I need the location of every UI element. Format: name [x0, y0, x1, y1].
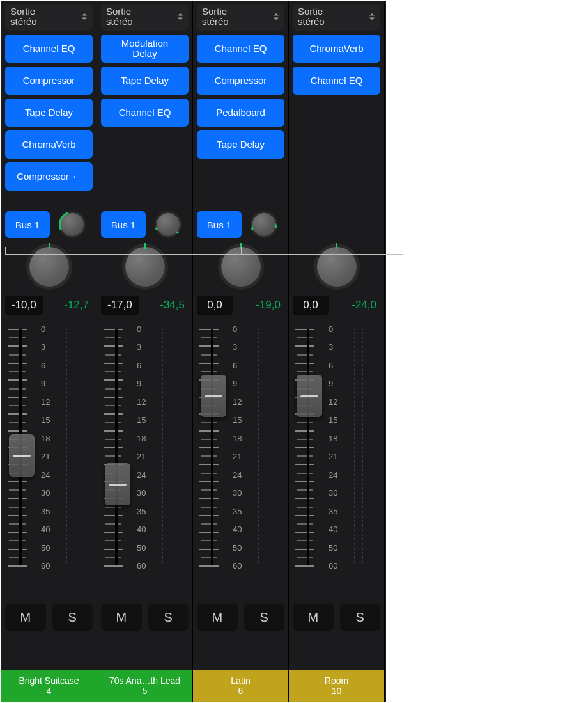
- scale-label: 3: [329, 342, 333, 352]
- output-selector[interactable]: Sortie stéréo: [5, 4, 93, 31]
- plugin-slot[interactable]: ChromaVerb: [5, 130, 93, 159]
- track-name: Bright Suitcase: [19, 675, 79, 686]
- scale-label: 15: [137, 415, 146, 425]
- scale-label: 3: [137, 342, 141, 352]
- peak-value: -34,5: [145, 296, 189, 315]
- volume-value[interactable]: 0,0: [197, 296, 233, 315]
- plugin-slot[interactable]: Channel EQ: [197, 35, 284, 63]
- send-knob[interactable]: [251, 211, 277, 238]
- mute-button[interactable]: M: [101, 604, 142, 631]
- scale-label: 0: [329, 324, 333, 334]
- fader-track[interactable]: [101, 329, 133, 565]
- scale-label: 24: [329, 470, 337, 479]
- plugin-name: ChromaVerb: [309, 43, 363, 54]
- scale-label: 12: [329, 397, 337, 406]
- pan-knob[interactable]: [29, 247, 69, 287]
- output-selector[interactable]: Sortie stéréo: [293, 4, 380, 31]
- channel-strip: Sortie stéréo ChromaVerbChannel EQ 0,0 -…: [289, 1, 385, 702]
- send-knob[interactable]: [59, 211, 86, 238]
- pan-knob[interactable]: [221, 247, 261, 287]
- scale-label: 30: [137, 488, 146, 498]
- bus-button[interactable]: Bus 1: [197, 211, 242, 238]
- plugin-name: Channel EQ: [23, 43, 75, 54]
- track-number: 5: [143, 686, 148, 696]
- mute-label: M: [116, 610, 127, 625]
- mute-label: M: [307, 610, 318, 625]
- pan-indicator: [49, 243, 50, 249]
- channel-strip: Sortie stéréo ModulationDelayTape DelayC…: [97, 1, 193, 702]
- mute-button[interactable]: M: [5, 604, 46, 631]
- solo-button[interactable]: S: [340, 604, 381, 631]
- plugin-slot[interactable]: Channel EQ: [5, 35, 93, 63]
- plugin-slot[interactable]: Channel EQ: [293, 67, 380, 95]
- fader-scale: 036912151821243035405060: [329, 329, 350, 565]
- channel-strip: Sortie stéréo Channel EQCompressorPedalb…: [193, 1, 289, 702]
- fader-track[interactable]: [5, 329, 37, 565]
- output-selector[interactable]: Sortie stéréo: [101, 4, 189, 31]
- volume-value[interactable]: 0,0: [293, 296, 329, 315]
- solo-button[interactable]: S: [148, 604, 189, 631]
- solo-button[interactable]: S: [244, 604, 285, 631]
- mute-solo-row: M S: [5, 604, 93, 631]
- pan-row: [193, 247, 288, 287]
- channel-strip: Sortie stéréo Channel EQCompressorTape D…: [1, 1, 97, 702]
- track-label[interactable]: Room 10: [289, 670, 384, 702]
- track-label[interactable]: Latin 6: [193, 670, 288, 702]
- scale-label: 30: [329, 488, 337, 498]
- solo-button[interactable]: S: [52, 604, 93, 631]
- bus-label: Bus 1: [111, 219, 135, 230]
- level-readout: -17,0 -34,5: [101, 296, 189, 315]
- plugin-slot[interactable]: Compressor ←: [5, 162, 93, 191]
- plugin-slot[interactable]: Channel EQ: [101, 99, 189, 127]
- scale-label: 12: [137, 397, 146, 406]
- plugin-slot[interactable]: Compressor: [5, 67, 93, 95]
- track-name: Latin: [231, 675, 250, 686]
- scale-label: 18: [233, 433, 242, 443]
- mute-button[interactable]: M: [293, 604, 334, 631]
- plugin-slot[interactable]: Tape Delay: [197, 130, 284, 159]
- fader-track[interactable]: [293, 329, 325, 565]
- fader-track[interactable]: [197, 329, 229, 565]
- track-label[interactable]: 70s Ana…th Lead 5: [97, 670, 192, 702]
- plugin-slot[interactable]: Pedalboard: [197, 99, 284, 127]
- mute-button[interactable]: M: [197, 604, 238, 631]
- fader-cap[interactable]: [297, 375, 322, 417]
- scale-label: 50: [41, 542, 50, 552]
- plugin-slot[interactable]: ModulationDelay: [101, 35, 189, 63]
- bus-button[interactable]: Bus 1: [101, 211, 146, 238]
- bus-button[interactable]: Bus 1: [5, 211, 50, 238]
- level-readout: 0,0 -19,0: [197, 296, 284, 315]
- scale-label: 12: [41, 397, 50, 406]
- fader-cap[interactable]: [201, 375, 226, 417]
- scale-label: 6: [137, 360, 141, 370]
- plugin-slot[interactable]: Tape Delay: [5, 99, 93, 127]
- mute-solo-row: M S: [197, 604, 284, 631]
- plugin-slots: ModulationDelayTape DelayChannel EQ: [101, 35, 189, 203]
- scale-label: 15: [233, 415, 242, 425]
- output-selector[interactable]: Sortie stéréo: [197, 4, 284, 31]
- plugin-name: ModulationDelay: [121, 38, 168, 59]
- pan-row: [1, 247, 97, 287]
- plugin-name: Channel EQ: [215, 43, 267, 54]
- volume-value[interactable]: -17,0: [101, 296, 139, 315]
- pan-knob[interactable]: [125, 247, 165, 287]
- plugin-slot[interactable]: Tape Delay: [101, 67, 189, 95]
- plugin-slot[interactable]: ChromaVerb: [293, 35, 380, 63]
- volume-value[interactable]: -10,0: [5, 296, 43, 315]
- plugin-slot[interactable]: Compressor: [197, 67, 284, 95]
- scale-label: 60: [41, 561, 50, 571]
- plugin-name: Tape Delay: [25, 107, 73, 118]
- plugin-name: Channel EQ: [119, 107, 171, 118]
- scale-label: 50: [137, 542, 146, 552]
- scale-label: 21: [329, 452, 337, 461]
- pan-knob[interactable]: [317, 247, 357, 287]
- plugin-name: Channel EQ: [311, 75, 363, 86]
- fader-cap[interactable]: [9, 434, 35, 477]
- mute-label: M: [20, 610, 31, 625]
- fader-cap[interactable]: [105, 463, 130, 505]
- scale-label: 40: [41, 525, 50, 534]
- track-label[interactable]: Bright Suitcase 4: [1, 670, 97, 702]
- send-knob[interactable]: [155, 211, 182, 238]
- pan-indicator: [144, 243, 146, 249]
- track-name: 70s Ana…th Lead: [109, 675, 180, 686]
